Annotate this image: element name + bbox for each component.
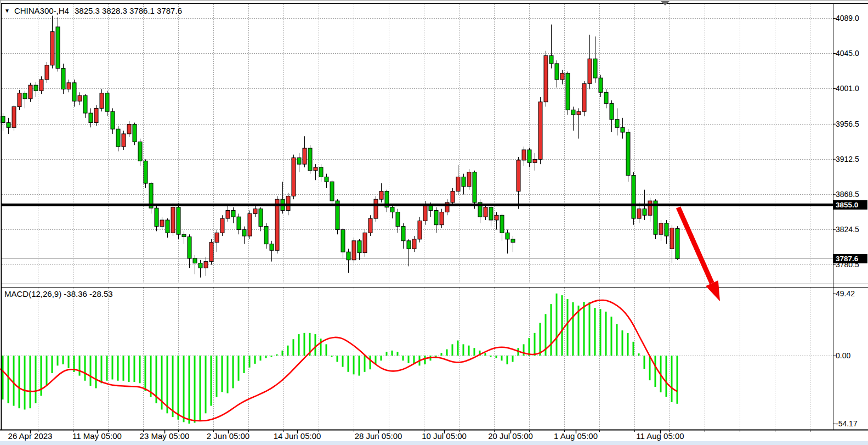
macd-bar	[276, 354, 278, 356]
candle	[489, 207, 493, 220]
candle	[72, 83, 76, 101]
candle	[538, 102, 542, 160]
candle	[12, 106, 16, 127]
candle	[242, 229, 246, 236]
macd-bar	[381, 356, 382, 360]
candle	[363, 233, 367, 252]
macd-bar	[331, 356, 333, 357]
candle	[314, 167, 317, 171]
candle	[1, 116, 5, 123]
candle	[593, 59, 597, 78]
chart-canvas[interactable]: 4089.04045.04001.03956.53912.53868.53824…	[0, 0, 868, 445]
macd-bar	[392, 351, 393, 356]
macd-bar	[117, 356, 119, 381]
candle	[116, 129, 120, 147]
candle	[182, 234, 186, 236]
candle	[615, 120, 619, 128]
macd-bar	[254, 356, 256, 364]
macd-bar	[84, 356, 86, 381]
candle	[401, 227, 405, 241]
macd-bar	[46, 356, 48, 386]
candle	[659, 223, 663, 234]
macd-bar	[287, 346, 289, 356]
candle	[325, 177, 328, 182]
candle	[407, 241, 411, 249]
macd-bar	[205, 356, 207, 413]
time-axis-label: 11 Aug 05:00	[636, 431, 684, 441]
time-axis-label: 11 May 05:00	[72, 431, 122, 441]
candle	[566, 73, 570, 110]
candle	[423, 205, 427, 221]
candle	[23, 93, 27, 99]
macd-bar	[337, 356, 338, 362]
macd-bar	[145, 356, 146, 391]
chart-title: ▼ CHINA300-,H4 3825.3 3828.3 3786.1 3787…	[4, 6, 182, 15]
macd-bar	[183, 356, 185, 422]
time-axis-label: 26 Apr 2023	[8, 431, 53, 441]
macd-bar	[167, 356, 168, 413]
candle	[522, 150, 526, 160]
macd-bar	[134, 356, 135, 382]
macd-bar	[540, 323, 541, 356]
macd-bar	[304, 333, 305, 356]
macd-bar	[633, 342, 634, 356]
candle	[34, 85, 38, 91]
candle	[670, 228, 674, 249]
macd-bar	[353, 356, 355, 374]
macd-bar	[370, 356, 371, 369]
candle	[467, 172, 471, 187]
price-axis-label: 3868.5	[836, 190, 859, 199]
macd-bar	[315, 334, 316, 356]
macd-bar	[189, 356, 190, 424]
macd-axis-label: -54.17	[836, 419, 858, 428]
macd-bar	[501, 356, 503, 360]
macd-bar	[342, 356, 344, 367]
candle	[286, 196, 290, 210]
candle	[166, 220, 169, 233]
candle	[374, 199, 378, 218]
macd-bar	[402, 356, 404, 360]
macd-indicator-label: MACD(12,26,9) -38.36 -28.53	[4, 289, 113, 298]
macd-bar	[644, 356, 645, 369]
candle	[67, 83, 71, 89]
macd-bar	[260, 356, 262, 360]
candle	[390, 207, 394, 212]
candle	[648, 201, 652, 215]
time-axis-label: 23 May 05:00	[140, 431, 190, 441]
candle	[621, 127, 625, 132]
macd-bar	[507, 356, 508, 364]
candle	[588, 59, 592, 83]
candle	[253, 209, 257, 214]
resistance-line-3855[interactable]	[2, 204, 833, 206]
macd-bar	[13, 356, 15, 406]
macd-bar	[490, 356, 492, 357]
candle	[155, 208, 158, 226]
time-axis-label: 2 Jun 05:00	[207, 431, 249, 441]
macd-bar	[265, 356, 267, 358]
candle	[319, 167, 323, 177]
candle	[517, 160, 520, 191]
candle	[226, 211, 230, 219]
macd-bar	[24, 356, 26, 409]
macd-bar	[397, 352, 399, 356]
macd-bar	[106, 356, 108, 381]
candle	[533, 159, 537, 162]
macd-bar	[19, 356, 20, 408]
macd-bar	[238, 356, 240, 381]
candle	[122, 134, 126, 147]
macd-bar	[57, 356, 59, 365]
candle	[215, 233, 219, 242]
candle	[209, 243, 213, 262]
macd-bar	[622, 330, 623, 356]
candle	[368, 218, 372, 233]
macd-bar	[298, 334, 300, 356]
macd-bar	[359, 356, 360, 376]
candle	[83, 95, 87, 113]
candle	[582, 83, 586, 111]
macd-bar	[677, 356, 678, 404]
window-bottom-strip	[0, 441, 868, 445]
candle	[264, 227, 268, 244]
macd-bar	[320, 339, 322, 356]
candle	[7, 123, 10, 128]
candle	[237, 217, 241, 229]
